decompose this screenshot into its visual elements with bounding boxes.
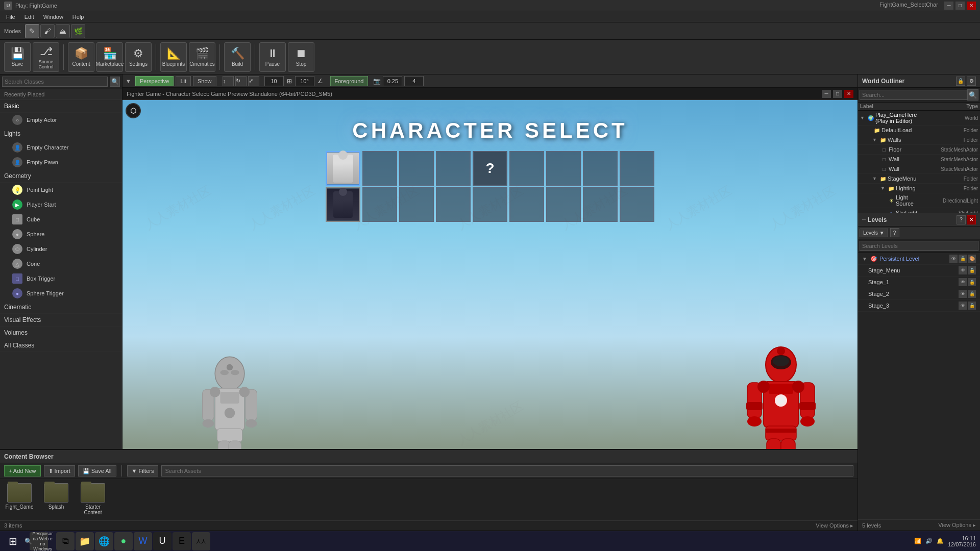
outliner-item-wall2[interactable]: □ Wall StaticMeshActor <box>858 164 980 174</box>
outliner-arrow-walls[interactable]: ▼ <box>872 137 878 142</box>
add-new-button[interactable]: + Add New <box>4 465 41 477</box>
levels-search-input[interactable] <box>860 241 978 251</box>
outliner-item-lighting[interactable]: ▼ 📁 Lighting Folder <box>858 184 980 193</box>
level-lock-stage2[interactable]: 🔒 <box>968 290 976 298</box>
outliner-item-wall1[interactable]: □ Wall StaticMeshActor <box>858 155 980 164</box>
category-all-classes[interactable]: All Classes <box>0 339 122 352</box>
rot-size-field[interactable]: 10° <box>295 76 314 86</box>
outliner-item-walls[interactable]: ▼ 📁 Walls Folder <box>858 135 980 145</box>
outliner-search-input[interactable] <box>860 90 967 100</box>
item-cylinder[interactable]: ⬭ Cylinder <box>0 242 122 257</box>
levels-dropdown-button[interactable]: Levels ▼ <box>860 229 888 237</box>
grid-cell-1-6[interactable] <box>509 151 544 186</box>
filters-button[interactable]: ▼ Filters <box>127 465 159 477</box>
item-sphere-trigger[interactable]: ● Sphere Trigger <box>0 286 122 301</box>
build-button[interactable]: 🔨 Build <box>224 42 251 72</box>
cinematics-button[interactable]: 🎬 Cinematics <box>189 42 215 72</box>
category-cinematic[interactable]: Cinematic <box>0 301 122 314</box>
minimize-button[interactable]: ─ <box>944 2 953 10</box>
settings-button[interactable]: ⚙ Settings <box>125 42 152 72</box>
outliner-item-skylight[interactable]: ○ SkyLight SkyLight <box>858 208 980 213</box>
item-empty-actor[interactable]: ○ Empty Actor <box>0 113 122 128</box>
source-control-button[interactable]: ⎇ Source Control <box>33 42 59 72</box>
outliner-lock-button[interactable]: 🔒 <box>956 77 965 86</box>
search-classes-input[interactable] <box>2 77 108 87</box>
level-eye-persistent[interactable]: 👁 <box>949 255 958 263</box>
menu-help[interactable]: Help <box>68 13 88 21</box>
grid-cell-2-1[interactable] <box>326 187 360 222</box>
level-arrow-persistent[interactable]: ▼ <box>862 256 867 262</box>
menu-file[interactable]: File <box>2 13 19 21</box>
outliner-arrow-lighting[interactable]: ▼ <box>880 186 887 191</box>
level-eye-stage3[interactable]: 👁 <box>959 302 967 310</box>
perspective-button[interactable]: Perspective <box>135 76 174 86</box>
blueprints-button[interactable]: 📐 Blueprints <box>160 42 187 72</box>
lit-button[interactable]: Lit <box>176 76 191 86</box>
item-sphere[interactable]: ● Sphere <box>0 227 122 242</box>
rotate-button[interactable]: ↻ <box>235 76 247 86</box>
taskbar-icon-search[interactable]: 🔍 Pesquisar na Web e no Windows <box>30 532 48 550</box>
camera-speed-field[interactable]: 0.25 <box>383 76 402 86</box>
close-button[interactable]: ✕ <box>967 2 976 10</box>
levels-help-btn2[interactable]: ? <box>890 228 899 237</box>
show-button[interactable]: Show <box>193 76 216 86</box>
outliner-item-floor[interactable]: □ Floor StaticMeshActor <box>858 145 980 155</box>
level-stage1[interactable]: Stage_1 👁 🔒 <box>858 277 980 288</box>
mode-place[interactable]: ✎ <box>25 24 39 38</box>
content-button[interactable]: 📦 Content <box>68 42 94 72</box>
taskbar-icon-epic[interactable]: E <box>173 532 191 550</box>
taskbar-icon-chrome[interactable]: ● <box>114 532 133 550</box>
levels-view-options[interactable]: View Options ▸ <box>938 522 976 529</box>
save-all-button[interactable]: 💾 Save All <box>78 465 116 477</box>
outliner-arrow-world[interactable]: ▼ <box>860 115 866 120</box>
grid-cell-1-1[interactable] <box>326 151 360 186</box>
import-button[interactable]: ⬆ Import <box>44 465 75 477</box>
grid-cell-2-2[interactable] <box>362 187 397 222</box>
grid-cell-1-3[interactable] <box>399 151 434 186</box>
level-lock-stagemenu[interactable]: 🔒 <box>968 266 976 274</box>
grid-cell-1-4[interactable] <box>436 151 471 186</box>
preview-maximize[interactable]: □ <box>833 90 842 98</box>
category-volumes[interactable]: Volumes <box>0 327 122 339</box>
search-classes-button[interactable]: 🔍 <box>110 77 120 87</box>
marketplace-button[interactable]: 🏪 Marketplace <box>96 42 123 72</box>
level-eye-stage1[interactable]: 👁 <box>959 278 967 286</box>
grid-cell-2-5[interactable] <box>473 187 507 222</box>
level-lock-stage3[interactable]: 🔒 <box>968 302 976 310</box>
grid-cell-2-9[interactable] <box>620 187 654 222</box>
search-assets-input[interactable] <box>161 465 853 477</box>
mode-paint[interactable]: 🖌 <box>40 24 55 38</box>
level-persistent[interactable]: ▼ 🎯 Persistent Level 👁 🔒 🎨 <box>858 253 980 265</box>
outliner-arrow-stagemenu[interactable]: ▼ <box>872 176 878 181</box>
folder-starter-content[interactable]: Starter Content <box>78 483 108 515</box>
folder-fight-game[interactable]: Fight_Game <box>4 483 35 510</box>
foreground-button[interactable]: Foreground <box>330 76 369 86</box>
grid-size-field[interactable]: 10 <box>264 76 284 86</box>
level-stagemenu[interactable]: Stage_Menu 👁 🔒 <box>858 265 980 277</box>
level-eye-stage2[interactable]: 👁 <box>959 290 967 298</box>
translate-button[interactable]: ↕ <box>223 76 234 86</box>
viewport-menu-arrow[interactable]: ▼ <box>126 78 131 84</box>
item-cube[interactable]: □ Cube <box>0 212 122 227</box>
level-lock-persistent[interactable]: 🔒 <box>959 255 967 263</box>
outliner-item-defaultload[interactable]: 📁 DefaultLoad Folder <box>858 126 980 135</box>
grid-cell-2-8[interactable] <box>583 187 618 222</box>
levels-minimize-icon[interactable]: ─ <box>862 217 866 222</box>
grid-cell-2-6[interactable] <box>509 187 544 222</box>
level-color-persistent[interactable]: 🎨 <box>968 255 976 263</box>
outliner-search-button[interactable]: 🔍 <box>967 89 978 101</box>
grid-cell-1-7[interactable] <box>546 151 581 186</box>
start-button[interactable]: ⊞ <box>0 531 26 552</box>
menu-window[interactable]: Window <box>39 13 67 21</box>
category-geometry[interactable]: Geometry <box>0 170 122 183</box>
taskbar-icon-multitask[interactable]: ⧉ <box>56 532 75 550</box>
maximize-button[interactable]: □ <box>955 2 965 10</box>
scale-button[interactable]: ⤢ <box>248 76 259 86</box>
category-basic[interactable]: Basic <box>0 100 122 113</box>
pause-button[interactable]: ⏸ Pause <box>259 42 286 72</box>
levels-close-button[interactable]: ✕ <box>967 215 976 224</box>
category-visual-effects[interactable]: Visual Effects <box>0 314 122 327</box>
category-lights[interactable]: Lights <box>0 128 122 140</box>
outliner-settings-button[interactable]: ⚙ <box>967 77 976 86</box>
taskbar-icon-ue4[interactable]: U <box>153 532 172 550</box>
